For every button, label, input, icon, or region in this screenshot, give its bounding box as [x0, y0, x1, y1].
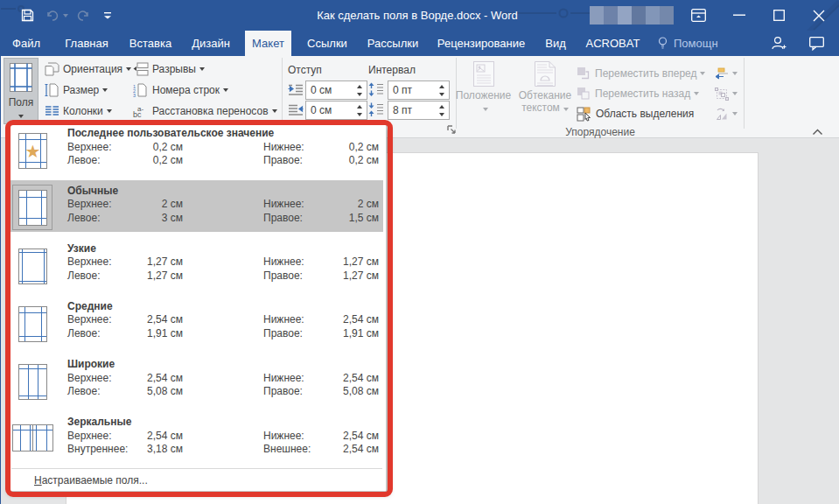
preset-title: Последнее пользовательское значение	[67, 127, 274, 139]
bring-forward-caret	[700, 72, 705, 75]
align-objects-caret	[732, 72, 738, 75]
save-button[interactable]	[17, 0, 37, 31]
selection-pane-icon	[577, 107, 592, 122]
custom-margins-item[interactable]: Настраиваемые поля...	[8, 470, 383, 491]
margins-dropdown-caret	[18, 115, 24, 118]
ribbon-display-options-icon	[691, 9, 706, 22]
align-objects-button	[715, 64, 738, 83]
person-add-icon	[770, 36, 787, 51]
spacing-after-value: 8 пт	[393, 104, 412, 116]
tab-insert[interactable]: Вставка	[119, 31, 182, 56]
blurred-account-name	[590, 6, 674, 24]
rotate-objects-caret	[732, 112, 738, 116]
orientation-caret	[126, 67, 131, 71]
menu-separator	[11, 468, 382, 469]
arrange-group-label: Упорядочение	[513, 126, 688, 138]
line-numbers-caret	[223, 88, 228, 92]
bring-forward-icon	[577, 66, 591, 80]
group-objects-icon	[715, 88, 729, 101]
group-objects-caret	[732, 92, 738, 95]
bring-forward-button: Переместить вперед	[577, 64, 705, 83]
maximize-button[interactable]	[759, 0, 798, 31]
lightbulb-icon	[658, 37, 668, 50]
orientation-button[interactable]: Ориентация	[45, 60, 131, 79]
ribbon-display-options-button[interactable]	[679, 0, 717, 31]
selection-pane-button[interactable]: Область выделения	[577, 104, 694, 123]
customize-quick-access-icon	[103, 11, 112, 20]
tab-mailings[interactable]: Рассылки	[358, 31, 428, 56]
spacing-before-icon	[368, 82, 384, 97]
window-title: Как сделать поля в Ворде.docx - Word	[219, 0, 616, 31]
minimize-button[interactable]	[720, 0, 759, 31]
size-caret	[102, 88, 108, 92]
undo-dropdown-caret	[63, 14, 68, 18]
spacing-after-field[interactable]: 8 пт	[388, 101, 450, 120]
spacing-after-spinner[interactable]	[437, 102, 448, 119]
tab-acrobat[interactable]: ACROBAT	[577, 31, 649, 56]
tab-design[interactable]: Дизайн	[182, 31, 240, 56]
wrap-text-icon	[535, 61, 556, 87]
columns-icon	[45, 104, 59, 118]
rotate-objects-button	[715, 104, 738, 123]
breaks-button[interactable]: Разрывы	[133, 60, 205, 79]
minimize-icon	[733, 14, 745, 17]
spacing-before-field[interactable]: 0 пт	[388, 80, 450, 100]
breaks-caret	[199, 67, 205, 71]
indent-right-field[interactable]: 0 см	[305, 101, 367, 120]
share-button[interactable]	[770, 31, 793, 56]
margin-preset-moderate[interactable]: Средние Верхнее: 2,54 см Нижнее: 2,54 см…	[8, 296, 383, 349]
margin-preset-normal[interactable]: Обычные Верхнее: 2 см Нижнее: 2 см Левое…	[8, 180, 383, 232]
columns-caret	[107, 109, 112, 113]
last-custom-margins-icon: ★	[18, 133, 47, 169]
indent-right-value: 0 см	[311, 104, 332, 116]
tab-home[interactable]: Главная	[54, 31, 119, 56]
hyphenation-button[interactable]: a- bc Расстановка переносов	[133, 102, 277, 121]
margin-preset-wide[interactable]: Широкие Верхнее: 2,54 см Нижнее: 2,54 см…	[8, 354, 383, 407]
tab-view[interactable]: Вид	[535, 31, 577, 56]
margins-button[interactable]: Поля	[3, 58, 38, 124]
comments-button[interactable]	[809, 31, 830, 56]
orientation-icon	[45, 62, 59, 76]
wrap-text-button: Обтекание текстом	[515, 58, 575, 124]
indent-left-spinner[interactable]	[354, 81, 366, 99]
group-separator	[282, 58, 283, 129]
tab-review[interactable]: Рецензирование	[428, 31, 535, 56]
size-icon	[45, 83, 59, 97]
undo-button[interactable]	[44, 0, 70, 31]
tab-layout[interactable]: Макет	[245, 31, 291, 56]
line-numbers-button[interactable]: 1 2 3 Номера строк	[133, 80, 228, 100]
spacing-before-spinner[interactable]	[437, 81, 448, 99]
indent-right-icon	[288, 103, 304, 116]
normal-margins-icon	[18, 190, 47, 226]
undo-icon	[45, 10, 60, 22]
margins-button-label: Поля	[4, 96, 38, 108]
margin-preset-mirrored[interactable]: Зеркальные Верхнее: 2,54 см Нижнее: 2,54…	[8, 411, 383, 465]
send-backward-label: Переместить назад	[595, 88, 690, 100]
send-backward-icon	[577, 87, 591, 101]
indent-left-field[interactable]: 0 см	[305, 80, 367, 100]
size-button[interactable]: Размер	[45, 80, 108, 100]
group-objects-button	[715, 84, 738, 103]
indent-right-spinner[interactable]	[354, 102, 366, 119]
redo-button[interactable]	[74, 0, 92, 31]
margin-preset-last-custom[interactable]: ★ Последнее пользовательское значение Ве…	[8, 126, 383, 179]
tab-file[interactable]: Файл	[5, 31, 47, 56]
preset-title: Широкие	[67, 358, 115, 370]
svg-text:bc: bc	[133, 110, 142, 118]
close-icon	[813, 10, 825, 22]
close-button[interactable]	[800, 0, 838, 31]
preset-title: Средние	[67, 300, 113, 312]
maximize-icon	[773, 10, 785, 21]
columns-button[interactable]: Колонки	[45, 102, 112, 121]
breaks-label: Разрывы	[152, 63, 196, 75]
margin-preset-narrow[interactable]: Узкие Верхнее: 1,27 см Нижнее: 1,27 см Л…	[8, 238, 383, 291]
customize-quick-access-button[interactable]	[99, 0, 116, 31]
collapse-ribbon-button[interactable]	[812, 129, 823, 136]
send-backward-button: Переместить назад	[577, 84, 699, 103]
tell-me-label: Помощн	[674, 37, 718, 50]
tab-references[interactable]: Ссылки	[297, 31, 358, 56]
tell-me-box[interactable]: Помощн	[658, 31, 718, 56]
wrap-text-label-line1: Обтекание	[515, 89, 575, 102]
margins-dropdown-menu: ★ Последнее пользовательское значение Ве…	[6, 124, 387, 492]
moderate-margins-icon	[18, 306, 47, 342]
